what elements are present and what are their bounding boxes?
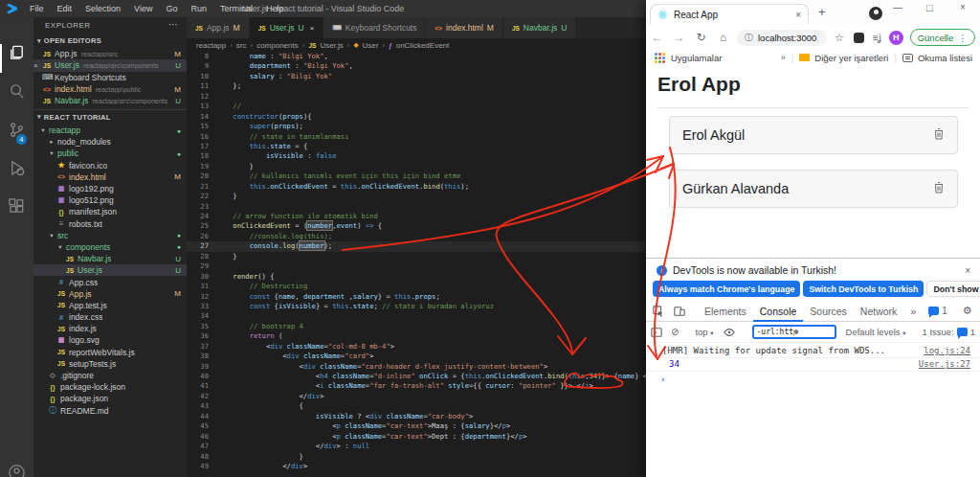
code-line[interactable]: 8 name : "Bilgi Yok", bbox=[187, 52, 646, 61]
code-line[interactable]: 20 // kullanıcı tanımlı event için this … bbox=[187, 171, 646, 181]
code-line[interactable]: 21 this.onClickedEvent = this.onClickedE… bbox=[187, 182, 646, 192]
file-tree-item[interactable]: {}package.json bbox=[33, 393, 187, 404]
avatar[interactable]: H bbox=[889, 31, 903, 45]
code-line[interactable]: 32 const {name, department ,salary} = th… bbox=[187, 292, 646, 302]
forward-icon[interactable]: → bbox=[668, 31, 690, 44]
file-tree-item[interactable]: ▾reactapp● bbox=[33, 125, 187, 136]
trash-icon[interactable] bbox=[933, 126, 945, 144]
file-tree-item[interactable]: {}package-lock.json bbox=[33, 381, 187, 393]
tab-keyboard-shortcuts[interactable]: ⌨Keyboard Shortcuts bbox=[323, 17, 426, 38]
extension-icon-1[interactable] bbox=[854, 33, 864, 43]
search-icon[interactable] bbox=[8, 82, 26, 101]
menu-help[interactable]: Help bbox=[259, 4, 291, 13]
file-tree-item[interactable]: ≡robots.txt bbox=[33, 218, 187, 230]
breadcrumb-item[interactable]: components bbox=[256, 41, 299, 50]
code-line[interactable]: 36 return ( bbox=[187, 331, 646, 341]
close-button[interactable]: × bbox=[960, 2, 966, 12]
code-line[interactable]: 15 super(props); bbox=[187, 122, 646, 131]
code-line[interactable]: 29 bbox=[187, 261, 646, 271]
tab-app-js[interactable]: JSApp.jsM bbox=[187, 17, 250, 38]
file-tree-item[interactable]: ▦logo192.png bbox=[33, 183, 187, 194]
menu-terminal[interactable]: Terminal bbox=[213, 4, 259, 13]
file-tree-item[interactable]: <>index.htmlM bbox=[33, 171, 187, 183]
notice-button-always-match-chrome-s-language[interactable]: Always match Chrome's language bbox=[653, 281, 800, 297]
card-name[interactable]: Erol Akgül bbox=[682, 127, 745, 143]
clear-filter-icon[interactable]: ⊗ bbox=[794, 328, 832, 336]
open-editor-item[interactable]: ⌨Keyboard Shortcuts bbox=[33, 72, 187, 83]
user-card[interactable]: Erol Akgül bbox=[669, 116, 958, 154]
code-editor[interactable]: 8 name : "Bilgi Yok",9 department : "Bil… bbox=[187, 52, 646, 477]
menu-edit[interactable]: Edit bbox=[51, 4, 79, 13]
breadcrumb-item[interactable]: reactapp bbox=[196, 41, 226, 50]
update-button[interactable]: Güncelle ⋮ bbox=[910, 29, 975, 46]
context-selector[interactable]: top ▾ bbox=[695, 327, 713, 337]
code-line[interactable]: 23 bbox=[187, 202, 646, 212]
code-line[interactable]: 37 <div className="col-md-8 mb-4"> bbox=[187, 342, 646, 352]
code-line[interactable]: 26 //console.log(this); bbox=[187, 232, 646, 241]
open-editor-item[interactable]: <>index.htmlreactapp\publicM bbox=[33, 83, 187, 95]
code-line[interactable]: 25 onClickedEvent = (number,event) => { bbox=[187, 221, 646, 231]
code-line[interactable]: 30 render() { bbox=[187, 272, 646, 282]
account-icon[interactable] bbox=[8, 464, 26, 477]
file-tree-item[interactable]: JSNavbar.jsU bbox=[33, 253, 187, 264]
tab-navbar-js[interactable]: JSNavbar.jsU bbox=[503, 17, 577, 38]
open-editor-item[interactable]: JSNavbar.jsreactapp\src\componentsU bbox=[33, 95, 187, 106]
code-line[interactable]: 43 { bbox=[187, 401, 646, 411]
code-line[interactable]: 39 <div className="card-header d-flex ju… bbox=[187, 362, 646, 372]
inspect-icon[interactable] bbox=[653, 306, 664, 317]
code-line[interactable]: 49 </div> bbox=[187, 462, 646, 471]
devtools-tab-console[interactable]: Console bbox=[753, 301, 804, 322]
code-line[interactable]: 45 <p className="car-text">Maaş : {salar… bbox=[187, 421, 646, 431]
bookmark-apps-label[interactable]: Uygulamalar bbox=[671, 53, 722, 63]
console-messages-badge[interactable]: 1 bbox=[928, 306, 947, 316]
code-line[interactable]: 13 // bbox=[187, 102, 646, 111]
open-editor-item[interactable]: JSApp.jsreactapp\srcM bbox=[33, 48, 187, 59]
devtools-tab-elements[interactable]: Elements bbox=[698, 301, 753, 322]
code-line[interactable]: 42 </div> bbox=[187, 392, 646, 401]
site-info-icon[interactable]: ⓘ bbox=[745, 32, 753, 44]
file-tree-item[interactable]: JSApp.jsM bbox=[33, 288, 187, 300]
code-line[interactable]: 48 } bbox=[187, 452, 646, 462]
devtools-tab-network[interactable]: Network bbox=[854, 301, 904, 322]
eye-icon[interactable] bbox=[724, 327, 735, 338]
file-tree-item[interactable]: JSindex.js bbox=[33, 323, 187, 334]
extensions-icon[interactable] bbox=[8, 197, 26, 216]
code-line[interactable]: 40 <h4 className="d-inline" onClick = {t… bbox=[187, 372, 646, 381]
browser-tab[interactable]: React App × bbox=[650, 4, 809, 24]
bookmarks-overflow-icon[interactable]: » bbox=[781, 53, 786, 62]
code-line[interactable]: 33 const {isVisible} = this.state; // st… bbox=[187, 302, 646, 311]
notice-button-switch-devtools-to-turkish[interactable]: Switch DevTools to Turkish bbox=[803, 281, 924, 297]
issues-counter[interactable]: 1 Issue: 1 bbox=[922, 327, 975, 337]
file-tree-item[interactable]: ▦logo.svg bbox=[33, 334, 187, 346]
tab-close-icon[interactable]: × bbox=[310, 24, 315, 33]
home-icon[interactable]: ⌂ bbox=[712, 31, 734, 44]
file-tree-item[interactable]: #App.css bbox=[33, 276, 187, 287]
code-line[interactable]: 24 // arrow function ile otomatik bind bbox=[187, 212, 646, 221]
breadcrumb-item[interactable]: User.js bbox=[320, 41, 343, 50]
code-line[interactable]: 10 salary : "Bilgi Yok" bbox=[187, 72, 646, 81]
minimize-button[interactable]: — bbox=[893, 2, 902, 12]
file-tree-item[interactable]: ▦logo512.png bbox=[33, 194, 187, 206]
code-line[interactable]: 9 department : "Bilgi Yok", bbox=[187, 61, 646, 71]
maximize-button[interactable]: □ bbox=[926, 2, 933, 13]
menu-selection[interactable]: Selection bbox=[78, 4, 127, 13]
back-icon[interactable]: ← bbox=[646, 31, 668, 44]
console-sidebar-icon[interactable] bbox=[651, 327, 662, 338]
settings-gear-icon[interactable]: ⚙ bbox=[963, 305, 972, 317]
device-toolbar-icon[interactable] bbox=[674, 306, 685, 317]
devtools-tab-sources[interactable]: Sources bbox=[803, 301, 854, 322]
file-tree-item[interactable]: JSreportWebVitals.js bbox=[33, 347, 187, 358]
code-line[interactable]: 22 } bbox=[187, 192, 646, 201]
tab-close-icon[interactable]: × bbox=[795, 10, 801, 20]
menu-go[interactable]: Go bbox=[159, 4, 184, 13]
code-line[interactable]: 11 }; bbox=[187, 81, 646, 91]
notice-close-icon[interactable]: × bbox=[965, 265, 970, 276]
code-line[interactable]: 41 <i className="far fa-trash-alt" style… bbox=[187, 381, 646, 391]
tab-user-js[interactable]: JSUser.jsU× bbox=[250, 17, 324, 38]
file-tree-item[interactable]: ⓘREADME.md bbox=[33, 405, 187, 417]
file-tree-item[interactable]: JSUser.jsU bbox=[33, 264, 187, 276]
bookmark-star-icon[interactable]: ☆ bbox=[835, 32, 844, 44]
code-line[interactable]: 12 bbox=[187, 92, 646, 102]
file-tree-item[interactable]: JSApp.test.js bbox=[33, 300, 187, 311]
code-line[interactable]: 47 </div> : null bbox=[187, 442, 646, 451]
